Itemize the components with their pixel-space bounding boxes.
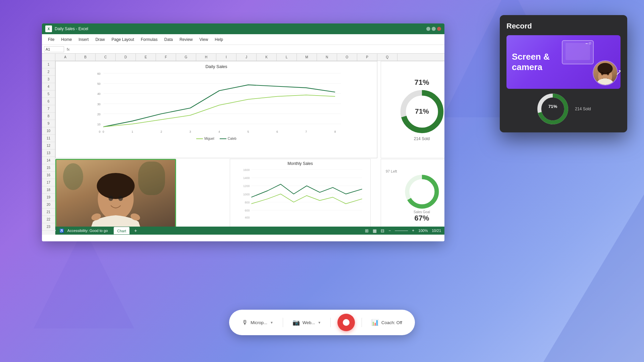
menu-page-layout[interactable]: Page Layout (109, 36, 137, 43)
svg-text:50: 50 (97, 82, 101, 85)
donut-svg-bottom (404, 173, 440, 210)
col-header-a: A (55, 54, 75, 61)
col-header-q: Q (377, 54, 397, 61)
svg-text:10: 10 (97, 123, 101, 126)
record-panel-title: Record (506, 22, 621, 31)
svg-text:600: 600 (245, 209, 250, 212)
minimize-button[interactable] (426, 27, 430, 31)
view-normal-icon[interactable]: ⊞ (365, 228, 369, 233)
zoom-out-icon[interactable]: − (388, 228, 391, 233)
zoom-in-icon[interactable]: + (412, 228, 414, 233)
screen-maximize-icon (589, 42, 591, 44)
recording-toolbar: 🎙 Microp... ▼ 📷 Web... ▼ 📊 Coach: Off (229, 310, 415, 335)
svg-text:1600: 1600 (243, 168, 250, 172)
legend-caleb-label: Caleb (228, 137, 236, 140)
menu-formulas[interactable]: Formulas (138, 36, 160, 43)
svg-text:4: 4 (218, 130, 220, 133)
toolbar-divider-3 (362, 318, 362, 327)
donut-svg-top: 71% (398, 88, 445, 135)
legend-caleb: Caleb (220, 137, 236, 140)
formula-bar: fx (42, 45, 444, 54)
menu-draw[interactable]: Draw (93, 36, 107, 43)
webcam-dropdown-arrow[interactable]: ▼ (318, 321, 321, 324)
coach-icon: 📊 (371, 319, 379, 326)
toolbar-divider-1 (283, 318, 283, 327)
record-stats: 214 Sold (575, 107, 591, 111)
col-header-j: J (236, 54, 257, 61)
accessibility-icon: ♿ (59, 229, 64, 233)
svg-text:0: 0 (99, 130, 101, 133)
svg-text:71%: 71% (415, 107, 429, 115)
svg-text:30: 30 (97, 103, 101, 106)
svg-point-49 (601, 72, 604, 75)
microphone-dropdown-arrow[interactable]: ▼ (270, 321, 273, 324)
excel-window: X Daily Sales - Excel File Home Insert D… (42, 23, 444, 241)
col-header-h: H (196, 54, 216, 61)
record-preview-text: Screen &camera (512, 52, 550, 72)
close-button[interactable] (437, 27, 441, 31)
menu-view[interactable]: View (197, 36, 211, 43)
record-person-thumbnail (593, 60, 618, 85)
legend-caleb-line (220, 138, 226, 139)
add-sheet-icon[interactable]: + (134, 228, 137, 233)
svg-text:400: 400 (245, 216, 250, 219)
monthly-chart-title: Monthly Sales (230, 159, 370, 168)
svg-point-24 (97, 173, 135, 199)
webcam-button[interactable]: 📷 Web... ▼ (290, 317, 324, 327)
chart-legend: Miguel Caleb (56, 135, 377, 142)
col-header-k: K (257, 54, 277, 61)
view-page-icon[interactable]: ▦ (373, 228, 377, 233)
menu-file[interactable]: File (45, 36, 57, 43)
daily-sales-svg: 60 50 40 30 20 10 0 0 1 2 3 4 5 6 7 8 (56, 70, 377, 134)
svg-text:40: 40 (97, 92, 101, 96)
svg-text:1400: 1400 (243, 176, 250, 180)
person-face (593, 61, 617, 85)
monthly-sales-chart: Monthly Sales 1600 1400 1200 1000 800 60… (230, 159, 371, 233)
col-header-n: N (317, 54, 337, 61)
donut-percent-top: 71% (414, 78, 429, 87)
svg-text:7: 7 (305, 130, 307, 133)
formula-input[interactable] (72, 47, 442, 51)
svg-text:5: 5 (248, 130, 249, 133)
microphone-button[interactable]: 🎙 Microp... ▼ (239, 318, 276, 327)
cursor-icon: ↗ (615, 68, 621, 77)
maximize-button[interactable] (432, 27, 436, 31)
menu-home[interactable]: Home (58, 36, 74, 43)
donut-sold-label: 214 Sold (414, 136, 430, 141)
screen-minimize-icon (586, 43, 588, 44)
svg-point-50 (607, 72, 609, 75)
mockup-screen (562, 40, 594, 64)
cell-reference-input[interactable] (44, 46, 64, 52)
coach-button[interactable]: 📊 Coach: Off (369, 317, 405, 327)
record-button[interactable] (337, 314, 355, 331)
menu-data[interactable]: Data (162, 36, 175, 43)
svg-text:20: 20 (97, 113, 101, 116)
col-header-c: C (96, 54, 116, 61)
titlebar-left: X Daily Sales - Excel (45, 25, 88, 32)
record-panel-bottom: 71% 214 Sold (506, 92, 621, 126)
menu-help[interactable]: Help (212, 36, 226, 43)
menu-review[interactable]: Review (177, 36, 195, 43)
webcam-label: Web... (303, 320, 315, 325)
donut-chart-bottom: 97 Left Sales Goal 67% (381, 159, 444, 233)
col-header-f: F (156, 54, 176, 61)
camera-feed (55, 159, 176, 233)
column-headers: A B C D E F G H I J K L M N O P Q (42, 54, 444, 61)
col-header-d: D (116, 54, 136, 61)
col-header-l: L (277, 54, 297, 61)
col-header-e: E (136, 54, 156, 61)
fx-icon: fx (65, 47, 71, 51)
view-break-icon[interactable]: ⊟ (381, 228, 384, 233)
menu-insert[interactable]: Insert (76, 36, 91, 43)
record-preview[interactable]: Screen &camera ↗ (506, 35, 621, 89)
status-date: 10/21 (432, 229, 441, 233)
sheet-tab-chart[interactable]: Chart (114, 227, 129, 234)
titlebar-controls (426, 27, 441, 31)
svg-text:0: 0 (103, 130, 104, 133)
svg-text:60: 60 (97, 72, 101, 75)
monthly-sales-svg: 1600 1400 1200 1000 800 600 400 (230, 168, 370, 225)
daily-chart-title: Daily Sales (56, 61, 377, 70)
zoom-slider[interactable]: ───── (395, 229, 408, 233)
col-header-o: O (337, 54, 357, 61)
svg-text:8: 8 (334, 130, 336, 133)
